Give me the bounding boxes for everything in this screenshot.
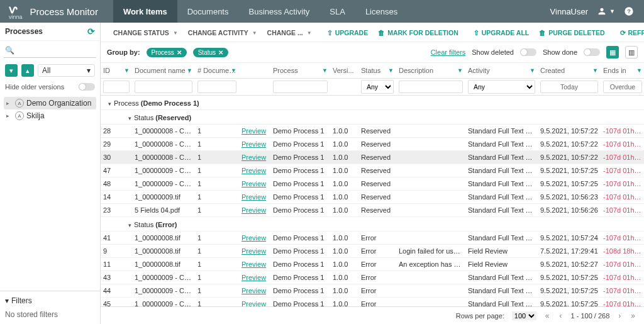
filter-doc-input[interactable] bbox=[135, 81, 192, 93]
preview-link[interactable]: Preview bbox=[242, 274, 266, 281]
rows-per-page-select[interactable]: 100 bbox=[512, 311, 536, 320]
table-row[interactable]: 14 1_00000009.tif 1 Preview Demo Process… bbox=[101, 191, 644, 204]
filter-desc-input[interactable] bbox=[399, 81, 463, 93]
col-created[interactable]: Created▼ bbox=[538, 63, 601, 79]
filter-icon[interactable]: ▼ bbox=[530, 67, 535, 74]
tab-licenses[interactable]: Licenses bbox=[355, 0, 408, 23]
user-menu-caret-icon[interactable]: ▼ bbox=[609, 8, 615, 14]
filters-section-toggle[interactable]: ▾ Filters bbox=[5, 296, 95, 305]
columns-icon[interactable]: ▥ bbox=[625, 46, 638, 59]
last-page-icon[interactable]: » bbox=[630, 311, 636, 320]
filter-icon[interactable]: ▼ bbox=[457, 67, 463, 74]
filter-icon[interactable]: ▼ bbox=[231, 67, 236, 74]
hide-older-toggle[interactable] bbox=[79, 83, 95, 91]
preview-link[interactable]: Preview bbox=[242, 300, 266, 306]
close-icon[interactable]: ✕ bbox=[218, 49, 223, 56]
preview-link[interactable]: Preview bbox=[242, 247, 266, 255]
col-id[interactable]: ID▼ bbox=[101, 63, 132, 79]
upgrade-all-button[interactable]: ⇧UPGRADE ALL bbox=[470, 26, 533, 39]
tree-item-skilja[interactable]: ▸ A Skilja bbox=[4, 109, 96, 122]
sidebar-all-select[interactable]: All▾ bbox=[38, 64, 95, 77]
table-row[interactable]: 43 1_00000009 - Cop... 1 Preview Demo Pr… bbox=[101, 271, 644, 284]
preview-link[interactable]: Preview bbox=[242, 234, 266, 242]
col-description[interactable]: Description▼ bbox=[396, 63, 465, 79]
preview-link[interactable]: Preview bbox=[242, 287, 266, 294]
table-row[interactable]: 47 1_00000009 - Cop... 1 Preview Demo Pr… bbox=[101, 164, 644, 177]
filter-icon[interactable]: ▼ bbox=[187, 67, 192, 74]
prev-page-icon[interactable]: ‹ bbox=[558, 311, 564, 320]
preview-link[interactable]: Preview bbox=[242, 206, 266, 214]
change-button[interactable]: CHANGE ...▼ bbox=[264, 26, 316, 39]
chip-status[interactable]: Status✕ bbox=[193, 48, 228, 57]
rows-per-page-label: Rows per page: bbox=[456, 312, 504, 320]
preview-link[interactable]: Preview bbox=[242, 154, 266, 161]
preview-link[interactable]: Preview bbox=[242, 167, 266, 174]
col-status[interactable]: Status▼ bbox=[358, 63, 396, 79]
table-row[interactable]: 45 1_00000009 - Cop... 1 Preview Demo Pr… bbox=[101, 298, 644, 307]
filter-icon[interactable]: ▼ bbox=[124, 67, 130, 74]
preview-link[interactable]: Preview bbox=[242, 127, 266, 135]
filter-id-input[interactable] bbox=[103, 81, 130, 93]
close-icon[interactable]: ✕ bbox=[177, 49, 182, 56]
filters-empty-text: No stored filters bbox=[5, 310, 95, 319]
col-activity[interactable]: Activity▼ bbox=[465, 63, 538, 79]
filter-process-input[interactable] bbox=[273, 81, 328, 93]
sidebar-search-input[interactable] bbox=[4, 43, 96, 58]
filter-icon[interactable]: ▼ bbox=[322, 67, 328, 74]
filter-overdue-button[interactable]: Overdue bbox=[603, 81, 642, 93]
mark-delete-button[interactable]: 🗑MARK FOR DELETION bbox=[374, 26, 462, 39]
show-done-toggle[interactable] bbox=[584, 48, 600, 56]
user-icon[interactable] bbox=[597, 6, 607, 16]
filter-n-input[interactable] bbox=[197, 81, 236, 93]
show-deleted-label: Show deleted bbox=[472, 48, 514, 56]
view-layout-icon[interactable]: ▦ bbox=[606, 46, 619, 59]
table-row[interactable]: 29 1_00000008 - Cop... 1 Preview Demo Pr… bbox=[101, 138, 644, 151]
preview-link[interactable]: Preview bbox=[242, 180, 266, 187]
table-row[interactable]: 48 1_00000009 - Cop... 1 Preview Demo Pr… bbox=[101, 177, 644, 191]
collapse-all-icon[interactable]: ▴ bbox=[21, 64, 34, 77]
preview-link[interactable]: Preview bbox=[242, 193, 266, 201]
filter-icon[interactable]: ▼ bbox=[636, 67, 642, 74]
expand-all-icon[interactable]: ▾ bbox=[5, 64, 18, 77]
filter-status-select[interactable]: Any bbox=[361, 80, 394, 94]
upgrade-button[interactable]: ⇧UPGRADE bbox=[323, 26, 372, 39]
table-row[interactable]: 44 1_00000009 - Cop... 1 Preview Demo Pr… bbox=[101, 284, 644, 298]
tab-sla[interactable]: SLA bbox=[319, 0, 355, 23]
org-icon: A bbox=[15, 111, 24, 120]
table-row[interactable]: 11 1_00000008.tif 1 Preview Demo Process… bbox=[101, 258, 644, 271]
filter-activity-select[interactable]: Any bbox=[468, 80, 535, 94]
refresh-button[interactable]: ⟳REFRESH bbox=[616, 26, 645, 39]
next-page-icon[interactable]: › bbox=[617, 311, 622, 320]
filter-today-button[interactable]: Today bbox=[540, 81, 598, 93]
col-process[interactable]: Process▼ bbox=[270, 63, 330, 79]
preview-link[interactable]: Preview bbox=[242, 140, 266, 148]
filter-icon[interactable]: ▼ bbox=[388, 67, 394, 74]
chip-process[interactable]: Process✕ bbox=[147, 48, 187, 57]
tree-item-demo-org[interactable]: ▸ A Demo Organization bbox=[4, 97, 96, 109]
change-status-button[interactable]: CHANGE STATUS▼ bbox=[109, 26, 182, 39]
top-nav: ⱱ vinna Process Monitor Work Items Docum… bbox=[0, 0, 644, 23]
col-version[interactable]: Versi... bbox=[330, 63, 358, 79]
preview-link[interactable]: Preview bbox=[242, 260, 266, 268]
table-row[interactable]: 23 5 Fields 04.pdf 1 Preview Demo Proces… bbox=[101, 204, 644, 217]
col-document[interactable]: Document name ↑▼ bbox=[132, 63, 195, 79]
table-row[interactable]: 30 1_00000008 - Cop... 1 Preview Demo Pr… bbox=[101, 151, 644, 164]
tab-documents[interactable]: Documents bbox=[177, 0, 239, 23]
col-ndocs[interactable]: # Documents▼ bbox=[195, 63, 239, 79]
table-row[interactable]: 9 1_00000008.tif 1 Preview Demo Process … bbox=[101, 245, 644, 258]
filter-icon[interactable]: ▼ bbox=[592, 67, 598, 74]
tab-work-items[interactable]: Work Items bbox=[113, 0, 177, 23]
help-icon[interactable]: ? bbox=[624, 6, 634, 16]
purge-button[interactable]: 🗑PURGE DELETED bbox=[535, 26, 608, 39]
tab-business-activity[interactable]: Business Activity bbox=[238, 0, 319, 23]
col-ends[interactable]: Ends in▼ bbox=[601, 63, 644, 79]
first-page-icon[interactable]: « bbox=[544, 311, 551, 320]
change-activity-button[interactable]: CHANGE ACTIVITY▼ bbox=[184, 26, 261, 39]
sidebar-refresh-icon[interactable]: ⟳ bbox=[87, 26, 95, 36]
table-scroll[interactable]: ID▼ Document name ↑▼ # Documents▼ Proces… bbox=[101, 63, 644, 306]
table-row[interactable]: 41 1_00000008.tif 1 Preview Demo Process… bbox=[101, 232, 644, 245]
brand: ⱱ vinna Process Monitor bbox=[0, 3, 107, 20]
show-deleted-toggle[interactable] bbox=[520, 48, 536, 56]
table-row[interactable]: 28 1_00000008 - Cop... 1 Preview Demo Pr… bbox=[101, 125, 644, 138]
clear-filters-link[interactable]: Clear filters bbox=[431, 48, 466, 56]
